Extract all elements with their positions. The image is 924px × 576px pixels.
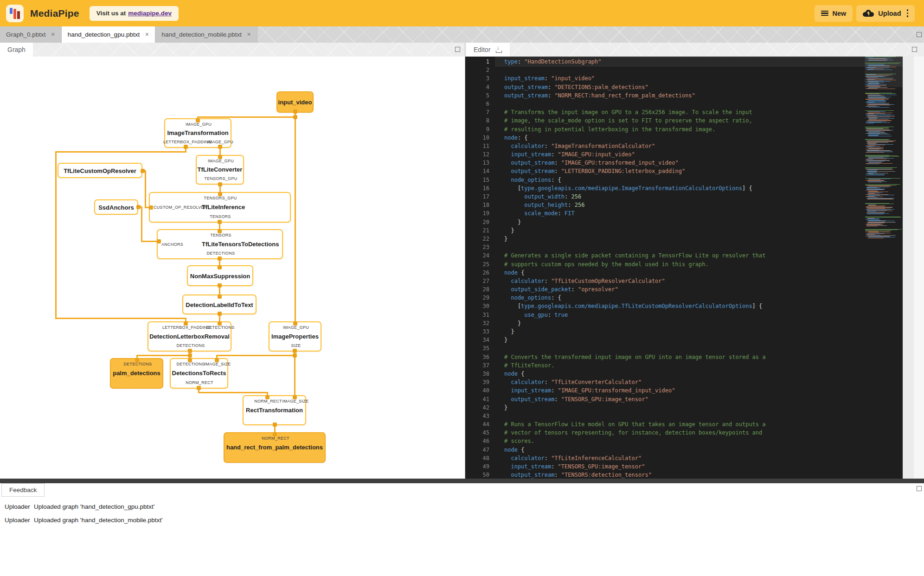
upload-button[interactable]: Upload — [856, 5, 915, 22]
code-text: } — [495, 319, 903, 327]
code-line[interactable]: 42} — [465, 403, 903, 412]
code-line[interactable]: 7# Transforms the input image on GPU to … — [465, 108, 903, 116]
code-line[interactable]: 12input_stream: "IMAGE_GPU:input_video" — [465, 150, 903, 159]
code-line[interactable]: 36# Converts the transformed input image… — [465, 353, 903, 361]
code-line[interactable]: 22} — [465, 235, 903, 243]
code-editor[interactable]: 1type: "HandDetectionSubgraph"23input_st… — [465, 57, 903, 479]
code-line[interactable]: 10node: { — [465, 134, 903, 142]
input-port-label: DETECTIONS — [123, 362, 152, 366]
code-line[interactable]: 48calculator: "TfLiteInferenceCalculator… — [465, 454, 903, 462]
code-line[interactable]: 17output_width: 256 — [465, 192, 903, 201]
code-line[interactable]: 27calculator: "TfLiteCustomOpResolverCal… — [465, 277, 903, 285]
graph-node-ImageTransformation[interactable]: ImageTransformationIMAGE_GPULETTERBOX_PA… — [164, 118, 231, 148]
line-number: 4 — [465, 83, 495, 91]
code-line[interactable]: 38node { — [465, 370, 903, 378]
horizontal-divider[interactable] — [0, 479, 924, 483]
editor-restore-icon[interactable] — [912, 47, 917, 52]
code-line[interactable]: 31use_gpu: true — [465, 311, 903, 319]
tab-feedback[interactable]: Feedback — [1, 483, 45, 497]
graph-node-ImageProperties[interactable]: ImagePropertiesIMAGE_GPUSIZE — [269, 321, 321, 352]
code-line[interactable]: 5output_stream: "NORM_RECT:hand_rect_fro… — [465, 91, 903, 100]
code-line[interactable]: 23 — [465, 243, 903, 251]
node-title: ImageProperties — [270, 333, 321, 340]
code-line[interactable]: 49input_stream: "TENSORS_GPU:image_tenso… — [465, 462, 903, 471]
restore-layout-icon[interactable] — [917, 32, 922, 37]
graph-canvas[interactable]: input_videoImageTransformationIMAGE_GPUL… — [0, 57, 465, 479]
graph-node-DetectionsToRects[interactable]: DetectionsToRectsDETECTIONSIMAGE_SIZENOR… — [170, 358, 228, 389]
code-line[interactable]: 40input_stream: "IMAGE_GPU:transformed_i… — [465, 386, 903, 395]
minimap[interactable] — [865, 57, 903, 479]
tab-editor[interactable]: Editor — [466, 43, 510, 57]
code-line[interactable]: 29node_options: { — [465, 294, 903, 302]
code-line[interactable]: 33} — [465, 327, 903, 336]
code-line[interactable]: 50output_stream: "TENSORS:detection_tens… — [465, 471, 903, 479]
code-line[interactable]: 18output_height: 256 — [465, 201, 903, 209]
code-line[interactable]: 26node { — [465, 269, 903, 277]
code-line[interactable]: 2 — [465, 66, 903, 74]
feedback-restore-icon[interactable] — [917, 486, 922, 491]
editor-tab-row: Editor — [465, 43, 924, 57]
code-line[interactable]: 39calculator: "TfLiteConverterCalculator… — [465, 378, 903, 386]
minimap-gap — [865, 214, 903, 216]
input-port-label: IMAGE_GPU — [283, 325, 309, 330]
code-line[interactable]: 34} — [465, 336, 903, 344]
download-icon[interactable] — [495, 46, 502, 53]
code-line[interactable]: 30[type.googleapis.com/mediapipe.TfLiteC… — [465, 302, 903, 310]
close-icon[interactable]: ✕ — [145, 32, 149, 38]
code-line[interactable]: 46# scores. — [465, 437, 903, 445]
code-line[interactable]: 14output_stream: "LETTERBOX_PADDING:lett… — [465, 167, 903, 175]
kebab-menu-icon[interactable] — [907, 8, 909, 18]
mediapipe-logo-icon — [6, 5, 24, 22]
node-title: hand_rect_from_palm_detections — [225, 444, 325, 451]
code-line[interactable]: 44# Runs a TensorFlow Lite model on GPU … — [465, 420, 903, 429]
mediapipe-dev-link[interactable]: mediapipe.dev — [128, 10, 172, 17]
code-line[interactable]: 4output_stream: "DETECTIONS:palm_detecti… — [465, 83, 903, 91]
code-line[interactable]: 13output_stream: "IMAGE_GPU:transformed_… — [465, 159, 903, 167]
code-line[interactable]: 47node { — [465, 446, 903, 454]
code-line[interactable]: 37# TfLiteTensor. — [465, 361, 903, 370]
graph-node-RectTransformation[interactable]: RectTransformationNORM_RECTIMAGE_SIZE — [243, 395, 306, 425]
code-line[interactable]: 1type: "HandDetectionSubgraph" — [465, 58, 903, 66]
port-connector — [293, 353, 297, 358]
graph-node-TfLiteInference[interactable]: TfLiteInferenceTENSORS_GPUTENSORSCUSTOM_… — [149, 192, 291, 223]
close-icon[interactable]: ✕ — [247, 32, 251, 38]
port-connector — [157, 239, 161, 243]
code-line[interactable]: 20} — [465, 218, 903, 226]
code-line[interactable]: 43 — [465, 412, 903, 420]
code-line[interactable]: 24# Generates a single side packet conta… — [465, 251, 903, 260]
code-line[interactable]: 45# vector of tensors representing, for … — [465, 429, 903, 437]
code-line[interactable]: 28output_side_packet: "opresolver" — [465, 285, 903, 294]
code-line[interactable]: 25# supports custom ops needed by the mo… — [465, 260, 903, 269]
code-line[interactable]: 16[type.googleapis.com/mediapipe.ImageTr… — [465, 184, 903, 192]
graph-node-SsdAnchors[interactable]: SsdAnchors — [94, 199, 138, 215]
graph-restore-icon[interactable] — [455, 47, 460, 52]
line-number: 44 — [465, 420, 495, 429]
code-line[interactable]: 21} — [465, 226, 903, 235]
code-line[interactable]: 11calculator: "ImageTransformationCalcul… — [465, 142, 903, 150]
file-tab-Graph_0.pbtxt[interactable]: Graph_0.pbtxt✕ — [0, 26, 62, 43]
code-line[interactable]: 32} — [465, 319, 903, 327]
code-line[interactable]: 35 — [465, 344, 903, 352]
code-line[interactable]: 6 — [465, 100, 903, 108]
code-line[interactable]: 3input_stream: "input_video" — [465, 74, 903, 83]
file-tab-hand_detection_mobile.pbtxt[interactable]: hand_detection_mobile.pbtxt✕ — [155, 26, 257, 43]
file-tab-hand_detection_gpu.pbtxt[interactable]: hand_detection_gpu.pbtxt✕ — [62, 26, 156, 43]
line-number: 42 — [465, 403, 495, 412]
graph-node-palm_detections[interactable]: palm_detectionsDETECTIONS — [110, 358, 163, 389]
code-line[interactable]: 9# resulting in potential letterboxing i… — [465, 125, 903, 134]
new-button[interactable]: New — [815, 5, 853, 22]
close-icon[interactable]: ✕ — [51, 32, 55, 38]
graph-node-hand_rect_from_palm_detections[interactable]: hand_rect_from_palm_detectionsNORM_RECT — [224, 432, 326, 463]
code-line[interactable]: 41output_stream: "TENSORS_GPU:image_tens… — [465, 395, 903, 403]
code-line[interactable]: 19scale_mode: FIT — [465, 209, 903, 218]
code-line[interactable]: 15node_options: { — [465, 176, 903, 184]
code-text: output_stream: "TENSORS:detection_tensor… — [495, 471, 903, 479]
graph-node-TfLiteConverter[interactable]: TfLiteConverterIMAGE_GPUTENSORS_GPU — [196, 155, 244, 185]
code-text: } — [495, 235, 903, 243]
tab-graph[interactable]: Graph — [0, 43, 33, 57]
code-line[interactable]: 8# image, the scale_mode option is set t… — [465, 116, 903, 125]
graph-node-DetectionLetterboxRemoval[interactable]: DetectionLetterboxRemovalLETTERBOX_PADDI… — [148, 321, 231, 352]
graph-node-TfLiteTensorsToDetections[interactable]: TfLiteTensorsToDetectionsTENSORSDETECTIO… — [157, 229, 283, 259]
graph-node-TfLiteCustomOpResolver[interactable]: TfLiteCustomOpResolver — [58, 163, 142, 178]
editor-scrollbar[interactable] — [903, 57, 914, 479]
